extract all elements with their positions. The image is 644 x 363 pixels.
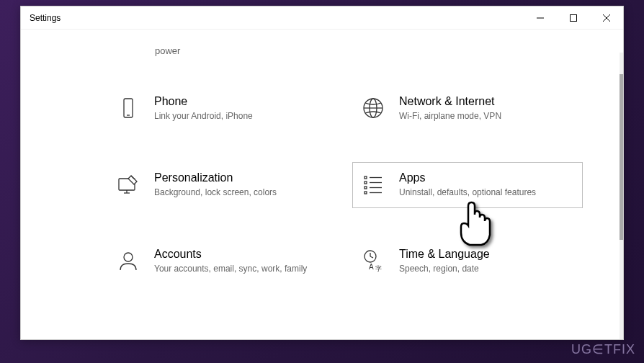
personalization-icon [115, 171, 141, 197]
content-area: power Phone Link your Android, iPhone Ne… [21, 30, 623, 339]
minimize-icon [537, 14, 544, 22]
category-text: Time & Language Speech, region, date [399, 248, 575, 275]
window-title: Settings [30, 13, 61, 23]
scrollbar-thumb[interactable] [620, 74, 623, 240]
category-apps[interactable]: Apps Uninstall, defaults, optional featu… [352, 162, 583, 208]
svg-rect-16 [365, 187, 367, 189]
category-desc: Background, lock screen, colors [154, 187, 330, 199]
category-title: Network & Internet [399, 95, 575, 108]
svg-rect-18 [365, 192, 367, 194]
category-network[interactable]: Network & Internet Wi-Fi, airplane mode,… [352, 86, 583, 132]
svg-rect-1 [571, 14, 577, 21]
close-icon [603, 14, 610, 22]
category-text: Apps Uninstall, defaults, optional featu… [399, 171, 575, 199]
categories-grid: Phone Link your Android, iPhone Network … [107, 86, 583, 284]
maximize-button[interactable] [557, 6, 590, 29]
category-title: Accounts [154, 248, 330, 261]
svg-point-20 [124, 253, 133, 261]
time-language-icon: A字 [360, 248, 386, 274]
partial-text: power [155, 45, 180, 56]
category-text: Network & Internet Wi-Fi, airplane mode,… [399, 95, 575, 122]
phone-icon [115, 95, 141, 121]
category-text: Phone Link your Android, iPhone [154, 95, 330, 122]
svg-text:A: A [369, 263, 374, 271]
svg-rect-12 [365, 176, 367, 179]
globe-icon [360, 95, 386, 121]
svg-line-23 [370, 256, 373, 258]
titlebar: Settings [21, 6, 623, 30]
category-title: Phone [154, 95, 330, 108]
category-title: Time & Language [399, 248, 575, 261]
accounts-icon [115, 248, 141, 274]
category-desc: Speech, region, date [399, 263, 575, 275]
svg-rect-4 [124, 99, 133, 117]
maximize-icon [570, 14, 577, 22]
category-accounts[interactable]: Accounts Your accounts, email, sync, wor… [107, 238, 338, 284]
svg-rect-14 [365, 182, 367, 184]
minimize-button[interactable] [524, 6, 557, 29]
category-text: Accounts Your accounts, email, sync, wor… [154, 248, 330, 275]
window-controls [524, 6, 623, 29]
category-time-language[interactable]: A字 Time & Language Speech, region, date [352, 238, 583, 284]
category-text: Personalization Background, lock screen,… [154, 171, 330, 199]
category-desc: Your accounts, email, sync, work, family [154, 263, 330, 275]
svg-text:字: 字 [375, 265, 382, 272]
category-desc: Link your Android, iPhone [154, 110, 330, 122]
category-title: Personalization [154, 171, 330, 184]
category-phone[interactable]: Phone Link your Android, iPhone [107, 86, 338, 132]
category-desc: Wi-Fi, airplane mode, VPN [399, 110, 575, 122]
category-personalization[interactable]: Personalization Background, lock screen,… [107, 162, 338, 208]
watermark: UG∈TFIX [571, 341, 635, 357]
settings-window: Settings power Phone Link your Android [20, 6, 624, 340]
category-desc: Uninstall, defaults, optional features [399, 187, 575, 199]
close-button[interactable] [590, 6, 623, 29]
apps-icon [360, 171, 386, 197]
scrollbar[interactable] [620, 53, 623, 339]
category-title: Apps [399, 171, 575, 184]
